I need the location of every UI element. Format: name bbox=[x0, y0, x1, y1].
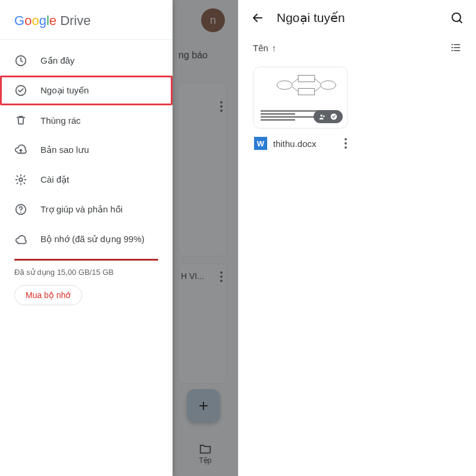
svg-point-7 bbox=[321, 81, 336, 90]
left-panel: n ng báo H VI... + Tệp Google Drive Gần … bbox=[0, 0, 238, 476]
drawer-item-storage[interactable]: Bộ nhớ (đã sử dụng 99%) bbox=[0, 224, 173, 254]
back-icon[interactable] bbox=[250, 11, 265, 25]
sort-label: Tên bbox=[253, 43, 268, 53]
partial-label-notifications: ng báo bbox=[178, 50, 208, 61]
svg-rect-8 bbox=[298, 76, 315, 82]
drawer-item-label: Ngoại tuyến bbox=[40, 85, 89, 96]
drawer-item-label: Bộ nhớ (đã sử dụng 99%) bbox=[40, 234, 145, 245]
drawer-item-label: Cài đặt bbox=[40, 174, 69, 185]
navigation-drawer: Google Drive Gần đây Ngoại tuyến Thùng r… bbox=[0, 0, 173, 476]
drawer-item-help[interactable]: Trợ giúp và phản hồi bbox=[0, 195, 173, 224]
svg-point-6 bbox=[277, 81, 293, 90]
drawer-item-trash[interactable]: Thùng rác bbox=[0, 105, 173, 135]
gear-icon bbox=[14, 173, 27, 186]
file-grid: W thithu.docx bbox=[239, 62, 476, 155]
drawer-item-label: Trợ giúp và phản hồi bbox=[40, 204, 123, 215]
drawer-item-label: Gần đây bbox=[40, 55, 74, 66]
svg-point-10 bbox=[321, 115, 323, 117]
svg-rect-9 bbox=[298, 89, 315, 95]
storage-bar bbox=[14, 259, 158, 261]
more-icon[interactable] bbox=[220, 271, 223, 282]
drawer-item-backup[interactable]: Bản sao lưu bbox=[0, 135, 173, 165]
clock-icon bbox=[14, 54, 27, 67]
svg-point-11 bbox=[323, 115, 325, 117]
shared-icon bbox=[318, 112, 327, 121]
app-bar: Ngoại tuyến bbox=[239, 0, 476, 36]
sort-button[interactable]: Tên ↑ bbox=[253, 43, 276, 53]
file-name: thithu.docx bbox=[273, 139, 339, 149]
background-file-card[interactable] bbox=[178, 264, 226, 383]
trash-icon bbox=[14, 114, 27, 127]
offline-icon bbox=[14, 84, 27, 97]
cloud-icon bbox=[14, 233, 27, 246]
word-file-icon: W bbox=[254, 137, 267, 150]
offline-check-icon bbox=[330, 112, 338, 121]
more-icon[interactable] bbox=[220, 101, 223, 112]
diagram-icon bbox=[274, 73, 339, 97]
fab-add-button[interactable]: + bbox=[187, 389, 220, 422]
offline-screen: Ngoại tuyến Tên ↑ bbox=[238, 0, 476, 476]
drawer-item-label: Bản sao lưu bbox=[40, 145, 89, 155]
drawer-item-settings[interactable]: Cài đặt bbox=[0, 165, 173, 195]
backup-icon bbox=[14, 143, 27, 156]
app-logo: Google Drive bbox=[0, 0, 173, 40]
bottom-nav-label: Tệp bbox=[199, 456, 211, 465]
drawer-item-offline[interactable]: Ngoại tuyến bbox=[0, 76, 173, 105]
offline-shared-badge bbox=[314, 110, 343, 123]
buy-storage-button[interactable]: Mua bộ nhớ bbox=[14, 285, 82, 305]
page-title: Ngoại tuyến bbox=[277, 11, 438, 25]
svg-point-4 bbox=[20, 212, 21, 213]
drawer-item-label: Thùng rác bbox=[40, 115, 81, 126]
svg-point-2 bbox=[19, 178, 23, 181]
help-icon bbox=[14, 203, 27, 216]
file-thumbnail bbox=[253, 67, 348, 129]
file-tile[interactable]: W thithu.docx bbox=[253, 67, 348, 150]
sort-row: Tên ↑ bbox=[239, 36, 476, 62]
background-file-card[interactable] bbox=[178, 83, 226, 256]
list-view-icon[interactable] bbox=[450, 42, 462, 54]
more-icon[interactable] bbox=[345, 138, 347, 149]
sort-direction: ↑ bbox=[272, 43, 277, 53]
folder-icon bbox=[199, 442, 212, 455]
storage-usage-text: Đã sử dụng 15,00 GB/15 GB bbox=[0, 268, 173, 285]
drawer-items: Gần đây Ngoại tuyến Thùng rác Bản sao lư… bbox=[0, 40, 173, 305]
search-icon[interactable] bbox=[450, 11, 464, 25]
avatar[interactable]: n bbox=[201, 8, 225, 32]
bottom-nav-files[interactable]: Tệp bbox=[178, 437, 232, 470]
drawer-item-recent[interactable]: Gần đây bbox=[0, 46, 173, 76]
background-file-label: H VI... bbox=[181, 271, 204, 281]
